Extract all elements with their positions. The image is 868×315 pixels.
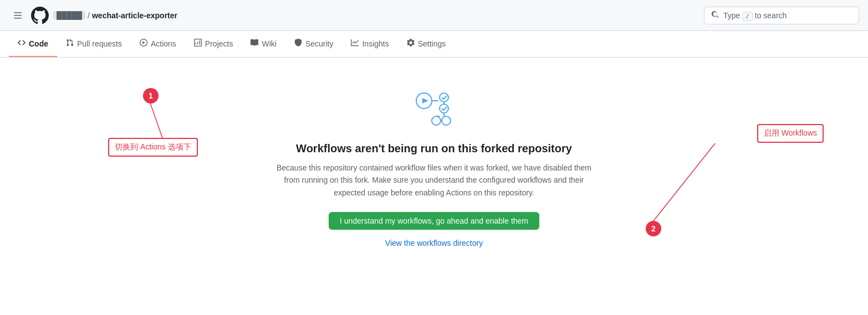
tab-pull-requests[interactable]: Pull requests bbox=[57, 31, 131, 57]
view-workflows-link[interactable]: View the workflows directory bbox=[385, 239, 483, 247]
annotation-circle-2: 2 bbox=[646, 221, 661, 236]
svg-point-5 bbox=[440, 93, 448, 102]
pr-icon bbox=[66, 39, 74, 48]
breadcrumb-separator: / bbox=[88, 11, 90, 20]
tab-pr-label: Pull requests bbox=[77, 39, 122, 48]
tab-insights[interactable]: Insights bbox=[342, 31, 397, 57]
search-icon bbox=[711, 11, 719, 20]
enable-workflows-button[interactable]: I understand my workflows, go ahead and … bbox=[329, 212, 539, 230]
top-navigation: █████ / wechat-article-exporter Type / t… bbox=[0, 0, 868, 31]
annotation-circle-1: 1 bbox=[143, 88, 159, 104]
annotation-box-2: 启用 Workflows bbox=[757, 124, 824, 143]
settings-icon bbox=[407, 39, 415, 48]
tab-code[interactable]: Code bbox=[9, 31, 57, 57]
hamburger-menu[interactable] bbox=[9, 7, 27, 24]
tab-insights-label: Insights bbox=[362, 39, 389, 48]
tab-security[interactable]: Security bbox=[285, 31, 343, 57]
svg-line-1 bbox=[651, 143, 715, 224]
insights-icon bbox=[351, 39, 359, 48]
security-icon bbox=[294, 39, 302, 48]
tab-security-label: Security bbox=[305, 39, 334, 48]
tab-actions[interactable]: Actions bbox=[131, 31, 185, 57]
tab-wiki-label: Wiki bbox=[262, 39, 276, 48]
repo-name[interactable]: wechat-article-exporter bbox=[92, 11, 177, 20]
actions-icon bbox=[140, 39, 147, 48]
tab-projects-label: Projects bbox=[205, 39, 233, 48]
repo-tabs: Code Pull requests Actions Projects bbox=[0, 31, 868, 58]
wiki-icon bbox=[251, 39, 258, 48]
username[interactable]: █████ bbox=[53, 11, 85, 19]
tab-projects[interactable]: Projects bbox=[185, 31, 242, 57]
workflow-icon bbox=[412, 91, 456, 131]
tab-code-label: Code bbox=[29, 39, 48, 48]
tab-settings-label: Settings bbox=[418, 39, 446, 48]
main-content: 切换到 Actions 选项下 1 启用 Workflows bbox=[0, 58, 868, 290]
search-placeholder: Type / to search bbox=[723, 11, 852, 20]
annotation-box-1: 切换到 Actions 选项下 bbox=[108, 138, 198, 157]
breadcrumb: █████ / wechat-article-exporter bbox=[53, 11, 177, 20]
svg-marker-3 bbox=[422, 98, 428, 104]
svg-point-8 bbox=[442, 116, 451, 125]
page-title: Workflows aren't being run on this forke… bbox=[296, 142, 572, 155]
projects-icon bbox=[194, 39, 202, 48]
svg-point-6 bbox=[440, 104, 448, 113]
tab-settings[interactable]: Settings bbox=[398, 31, 455, 57]
svg-point-7 bbox=[432, 116, 441, 125]
code-icon bbox=[18, 39, 25, 48]
tab-actions-label: Actions bbox=[151, 39, 176, 48]
tab-wiki[interactable]: Wiki bbox=[242, 31, 285, 57]
page-description: Because this repository contained workfl… bbox=[273, 162, 595, 199]
search-box[interactable]: Type / to search bbox=[704, 7, 859, 24]
github-logo[interactable] bbox=[31, 7, 49, 24]
